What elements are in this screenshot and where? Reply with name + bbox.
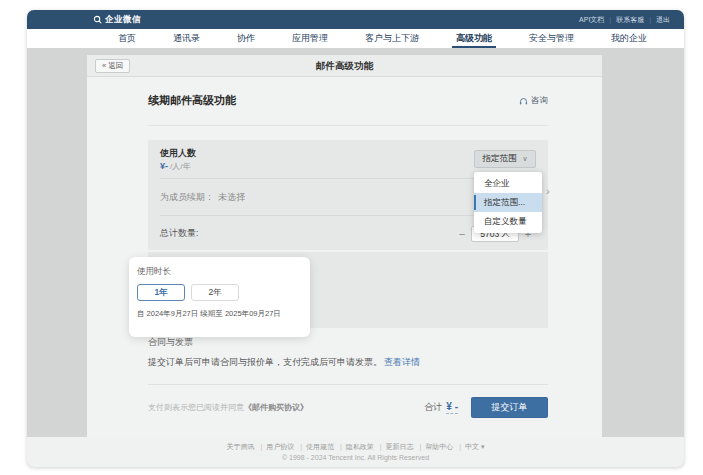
footer-link-help-center[interactable]: 帮助中心 xyxy=(416,443,454,450)
page-background: « 返回 邮件高级功能 续期邮件高级功能 咨询 使用人数 ¥-/人/年 xyxy=(27,48,684,467)
duration-date-note: 自 2024年9月27日 续期至 2025年09月27日 xyxy=(137,309,302,319)
users-label: 使用人数 xyxy=(160,147,196,160)
nav-item-collaboration[interactable]: 协作 xyxy=(237,29,255,48)
total-amount: ¥ - xyxy=(446,401,458,414)
nav-item-customers[interactable]: 客户与上下游 xyxy=(365,29,419,48)
divider xyxy=(148,384,548,385)
renew-value: 未选择 xyxy=(218,191,245,204)
page-footer: 关于腾讯 用户协议 使用规范 隐私政策 更新日志 帮助中心 中文 ▾ © 199… xyxy=(27,437,684,467)
nav-item-home[interactable]: 首页 xyxy=(118,29,136,48)
total-count-label: 总计数量: xyxy=(160,227,199,240)
topbar-link-contact-support[interactable]: 联系客服 xyxy=(604,15,644,25)
divider xyxy=(148,125,548,126)
checkout-bar: 支付则表示您已阅读并同意《邮件购买协议》 合计 ¥ - 提交订单 xyxy=(148,396,548,418)
footer-link-about-tencent[interactable]: 关于腾讯 xyxy=(226,443,254,450)
consult-label: 咨询 xyxy=(531,95,548,107)
agreement-text: 支付则表示您已阅读并同意《邮件购买协议》 xyxy=(148,402,308,413)
app-logo: 企业微信 xyxy=(93,14,141,26)
topbar-link-logout[interactable]: 退出 xyxy=(644,15,670,25)
scope-option-custom-count[interactable]: 自定义数量 xyxy=(474,212,542,231)
footer-link-privacy-policy[interactable]: 隐私政策 xyxy=(336,443,374,450)
agreement-prefix: 支付则表示您已阅读并同意 xyxy=(148,403,244,412)
submit-order-button[interactable]: 提交订单 xyxy=(471,397,548,418)
consult-link[interactable]: 咨询 xyxy=(519,95,548,107)
total-label: 合计 xyxy=(424,401,442,414)
nav-item-security-management[interactable]: 安全与管理 xyxy=(529,29,574,48)
nav-item-contacts[interactable]: 通讯录 xyxy=(173,29,200,48)
price-value: ¥- xyxy=(160,161,168,171)
footer-link-usage-rules[interactable]: 使用规范 xyxy=(296,443,334,450)
topbar-link-api-docs[interactable]: API文档 xyxy=(579,15,604,25)
contract-desc-text: 提交订单后可申请合同与报价单，支付完成后可申请发票。 xyxy=(148,357,382,367)
chevron-right-icon[interactable]: › xyxy=(546,185,550,197)
card-title-bar: « 返回 邮件高级功能 xyxy=(87,55,602,77)
copyright-text: © 1998 - 2024 Tencent Inc. All Rights Re… xyxy=(27,454,684,461)
agreement-link[interactable]: 《邮件购买协议》 xyxy=(244,403,308,412)
scope-option-whole-company[interactable]: 全企业 xyxy=(474,174,542,193)
contract-heading: 合同与发票 xyxy=(148,336,193,349)
order-total: 合计 ¥ - xyxy=(424,401,458,414)
main-nav: 首页 通讯录 协作 应用管理 客户与上下游 高级功能 安全与管理 我的企业 xyxy=(27,29,684,48)
nav-item-advanced-features[interactable]: 高级功能 xyxy=(456,29,492,48)
users-price: ¥-/人/年 xyxy=(160,161,190,172)
browser-window: 企业微信 API文档 联系客服 退出 首页 通讯录 协作 应用管理 客户与上下游… xyxy=(27,10,684,467)
duration-label: 使用时长 xyxy=(137,266,302,278)
scope-select[interactable]: 指定范围 ∨ xyxy=(474,150,536,168)
top-bar: 企业微信 API文档 联系客服 退出 xyxy=(27,10,684,29)
wecom-logo-icon xyxy=(93,15,102,24)
content-card: « 返回 邮件高级功能 续期邮件高级功能 咨询 使用人数 ¥-/人/年 xyxy=(87,55,602,437)
scope-option-specified-range[interactable]: 指定范围... xyxy=(474,193,542,212)
nav-item-my-company[interactable]: 我的企业 xyxy=(611,29,647,48)
duration-card: 使用时长 1年 2年 自 2024年9月27日 续期至 2025年09月27日 xyxy=(129,257,310,337)
duration-options: 1年 2年 xyxy=(137,284,302,301)
stepper-minus-button[interactable]: − xyxy=(456,228,468,240)
nav-item-app-management[interactable]: 应用管理 xyxy=(292,29,328,48)
contract-description: 提交订单后可申请合同与报价单，支付完成后可申请发票。查看详情 xyxy=(148,356,420,369)
section-heading: 续期邮件高级功能 xyxy=(148,93,236,108)
headset-icon xyxy=(519,97,528,106)
duration-option-1-year[interactable]: 1年 xyxy=(137,284,185,301)
chevron-down-icon: ∨ xyxy=(522,155,527,163)
topbar-links: API文档 联系客服 退出 xyxy=(579,10,670,29)
page-title: 邮件高级功能 xyxy=(87,55,602,77)
footer-language-select[interactable]: 中文 ▾ xyxy=(455,443,484,450)
scope-dropdown-menu: 全企业 指定范围... 自定义数量 xyxy=(474,172,542,233)
price-unit: /人/年 xyxy=(170,162,190,171)
app-logo-text: 企业微信 xyxy=(105,14,141,26)
duration-option-2-years[interactable]: 2年 xyxy=(191,284,239,301)
footer-link-user-agreement[interactable]: 用户协议 xyxy=(256,443,294,450)
back-button[interactable]: « 返回 xyxy=(95,59,130,73)
footer-links: 关于腾讯 用户协议 使用规范 隐私政策 更新日志 帮助中心 中文 ▾ xyxy=(27,442,684,452)
renew-label: 为成员续期： xyxy=(160,191,214,204)
view-details-link[interactable]: 查看详情 xyxy=(384,357,420,367)
scope-select-value: 指定范围 xyxy=(482,153,516,165)
footer-link-changelog[interactable]: 更新日志 xyxy=(376,443,414,450)
